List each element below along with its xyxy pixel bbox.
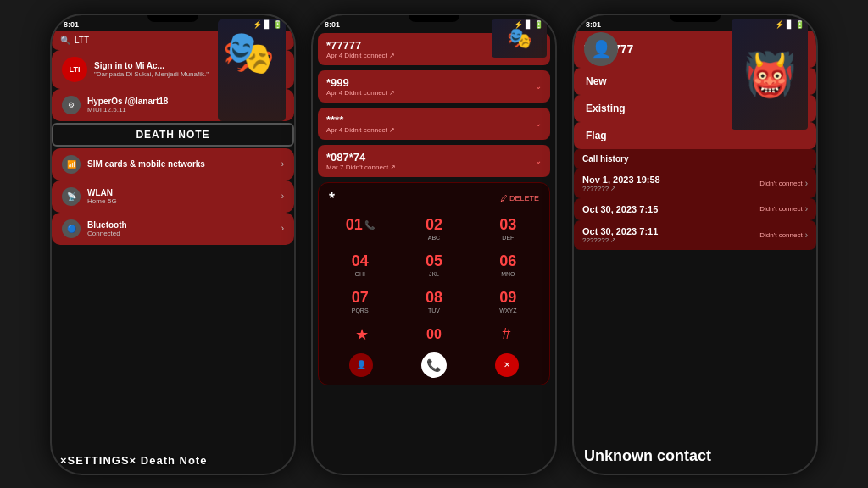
call-number-2: **** [326, 114, 395, 126]
key-num-6: 06 [477, 252, 539, 270]
hyperos-icon: ⚙ [62, 96, 81, 114]
mi-logo: LTI [62, 57, 87, 82]
dial-actions: ★ 00 # [326, 322, 542, 347]
call-arrow-2: ⌄ [535, 119, 542, 128]
call-left-1: *999 Apr 4 Didn't connect ↗ [326, 76, 395, 97]
phones-container: 8:01 ⚡ ▊ 🔋 ×SETTINGS× Death Note 🔍 LTT L… [0, 0, 868, 488]
sim-title: SIM cards & mobile networks [87, 159, 275, 169]
contact-name: Unknown contact [584, 447, 711, 465]
dial-display: * 🖊 DELETE [326, 190, 542, 208]
key-8[interactable]: 08 TUV [399, 286, 468, 317]
history-left-2: Oct 30, 2023 7:11 ??????? ↗ [582, 226, 658, 244]
key-7[interactable]: 07 PQRS [326, 286, 394, 317]
notch2 [409, 15, 459, 22]
key-alpha-9: WXYZ [477, 308, 539, 313]
add-contact-btn[interactable]: 👤 [349, 353, 373, 377]
hist-num-2: ??????? ↗ [582, 236, 658, 244]
setting-bluetooth[interactable]: 🔵 Bluetooth Connected › [52, 213, 294, 245]
call-item-2[interactable]: **** Apr 4 Didn't connect ↗ ⌄ [318, 108, 550, 140]
sim-arrow: › [281, 159, 284, 169]
call-item-1[interactable]: *999 Apr 4 Didn't connect ↗ ⌄ [318, 70, 550, 103]
status-time-1: 8:01 [64, 20, 79, 29]
hist-chevron-0: › [805, 179, 808, 188]
call-history-label: Call history [574, 149, 816, 169]
call-number-1: *999 [326, 76, 395, 89]
bluetooth-icon-3: ⚡ [775, 20, 784, 29]
key-num-9: 09 [477, 289, 539, 307]
hist-chevron-1: › [805, 204, 808, 214]
phone3: 8:01 ⚡ ▊ 🔋 👹 👤 Unknown contact 777 7777 … [572, 14, 818, 475]
bt-sub: Connected [87, 230, 275, 237]
status-icons-2: ⚡ ▊ 🔋 [514, 20, 543, 29]
bt-title: Bluetooth [87, 220, 275, 230]
wlan-title: WLAN [87, 188, 275, 197]
call-left-2: **** Apr 4 Didn't connect ↗ [326, 114, 395, 134]
key-alpha-3: DEF [477, 235, 539, 241]
hist-date-1: Oct 30, 2023 7:15 [582, 204, 658, 214]
dial-bottom-actions: 👤 📞 ✕ [326, 352, 542, 378]
wlan-arrow: › [281, 191, 284, 201]
setting-sim[interactable]: 📶 SIM cards & mobile networks › [52, 148, 294, 180]
key-num-8: 08 [403, 289, 465, 307]
key-6[interactable]: 06 MNO [474, 249, 542, 280]
key-3[interactable]: 03 DEF [474, 213, 542, 244]
bluetooth-icon-2: ⚡ [514, 20, 523, 29]
history-item-2[interactable]: Oct 30, 2023 7:11 ??????? ↗ Didn't conne… [574, 220, 816, 250]
setting-wlan[interactable]: 📡 WLAN Home-5G › [52, 180, 294, 213]
call-left-0: *77777 Apr 4 Didn't connect ↗ [326, 39, 395, 59]
key-2[interactable]: 02 ABC [399, 213, 468, 244]
key-9[interactable]: 09 WXYZ [474, 286, 542, 317]
delete-label: DELETE [509, 194, 539, 202]
key-num-4: 04 [329, 252, 391, 270]
call-item-3[interactable]: *087*74 Mar 7 Didn't connect ↗ ⌄ [318, 145, 550, 177]
key-5[interactable]: 05 JKL [399, 249, 468, 280]
key-num-5: 05 [403, 252, 465, 270]
call-date-1: Apr 4 Didn't connect ↗ [326, 89, 395, 97]
hist-status-2: Didn't connect › [760, 230, 808, 240]
key-1[interactable]: 01 📞 [326, 213, 394, 244]
key-zero[interactable]: 00 [421, 322, 447, 347]
call-btn[interactable]: 📞 [421, 352, 447, 378]
call-left-3: *087*74 Mar 7 Didn't connect ↗ [326, 151, 396, 171]
call-number-3: *087*74 [326, 151, 396, 164]
anime-figure-1 [218, 19, 286, 121]
dial-delete-btn[interactable]: 🖊 DELETE [500, 194, 539, 202]
sim-icon: 📶 [62, 155, 81, 174]
dial-number: * [329, 190, 335, 208]
call-number-0: *77777 [326, 39, 395, 52]
battery-icon-2: 🔋 [534, 20, 543, 29]
battery-icon-3: 🔋 [795, 20, 804, 29]
signal-icon: ▊ [264, 20, 270, 29]
key-alpha-5: JKL [403, 271, 465, 277]
key-alpha-6: MNO [477, 271, 539, 277]
bt-text: Bluetooth Connected [87, 220, 275, 237]
bluetooth-icon: ⚡ [253, 20, 262, 29]
history-left-1: Oct 30, 2023 7:15 [582, 204, 658, 214]
history-item-0[interactable]: Nov 1, 2023 19:58 ??????? ↗ Didn't conne… [574, 169, 816, 198]
death-note-banner: DEATH NOTE [52, 123, 294, 147]
call-date-0: Apr 4 Didn't connect ↗ [326, 52, 395, 59]
hist-chevron-2: › [805, 230, 808, 240]
notch3 [670, 15, 721, 22]
key-num-3: 03 [477, 216, 539, 234]
signal-icon-3: ▊ [787, 20, 793, 29]
sim-text: SIM cards & mobile networks [87, 159, 275, 169]
call-arrow-1: ⌄ [535, 81, 542, 91]
history-item-1[interactable]: Oct 30, 2023 7:15 Didn't connect › [574, 198, 816, 220]
bt-arrow: › [281, 224, 284, 233]
hist-status-1: Didn't connect › [760, 204, 808, 214]
key-hash[interactable]: # [493, 322, 519, 347]
hist-status-0: Didn't connect › [760, 179, 808, 188]
hist-date-2: Oct 30, 2023 7:11 [582, 226, 658, 236]
call-arrow-3: ⌄ [535, 156, 542, 165]
cancel-btn[interactable]: ✕ [495, 353, 519, 377]
key-star[interactable]: ★ [349, 322, 375, 347]
phone1: 8:01 ⚡ ▊ 🔋 ×SETTINGS× Death Note 🔍 LTT L… [50, 14, 296, 475]
search-icon: 🔍 [60, 36, 70, 45]
search-text: LTT [75, 36, 89, 45]
hist-date-0: Nov 1, 2023 19:58 [582, 175, 660, 185]
status-time-2: 8:01 [325, 20, 340, 29]
key-4[interactable]: 04 GHI [326, 249, 394, 280]
dialpad: * 🖊 DELETE 01 📞 02 ABC [318, 182, 550, 385]
status-icons-3: ⚡ ▊ 🔋 [775, 20, 804, 29]
